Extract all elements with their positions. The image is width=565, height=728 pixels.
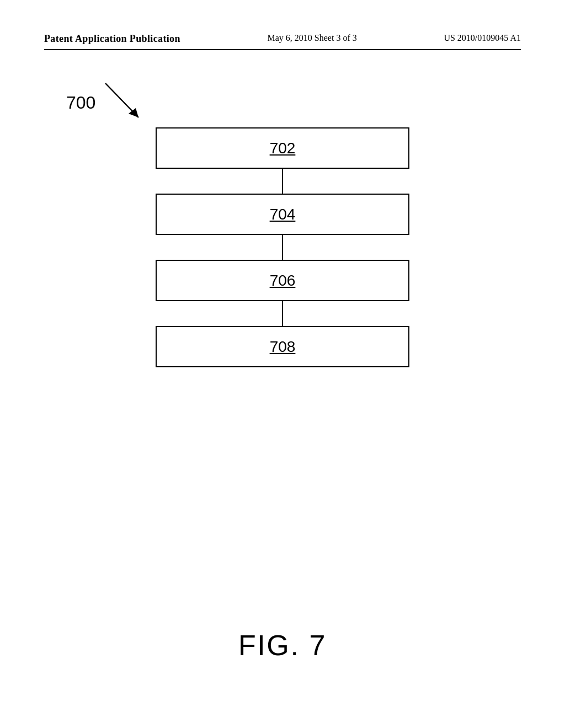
box-706-label: 706 [270, 272, 296, 290]
flowchart: 702 704 706 708 [150, 127, 415, 367]
box-704-label: 704 [270, 206, 296, 223]
box-704: 704 [156, 194, 409, 235]
page: Patent Application Publication May 6, 20… [0, 0, 565, 728]
header: Patent Application Publication May 6, 20… [44, 33, 521, 50]
box-706: 706 [156, 260, 409, 301]
connector-3 [282, 301, 283, 326]
box-702-label: 702 [270, 140, 296, 157]
box-708: 708 [156, 326, 409, 367]
arrow-icon [100, 78, 150, 127]
box-702: 702 [156, 127, 409, 169]
ref-700-group: 700 [66, 78, 150, 127]
sheet-info: May 6, 2010 Sheet 3 of 3 [268, 33, 357, 43]
publication-label: Patent Application Publication [44, 33, 180, 45]
connector-1 [282, 169, 283, 194]
patent-number: US 2010/0109045 A1 [444, 33, 521, 43]
figure-label: FIG. 7 [238, 629, 327, 662]
connector-2 [282, 235, 283, 260]
ref-700-label: 700 [66, 93, 95, 113]
box-708-label: 708 [270, 338, 296, 356]
